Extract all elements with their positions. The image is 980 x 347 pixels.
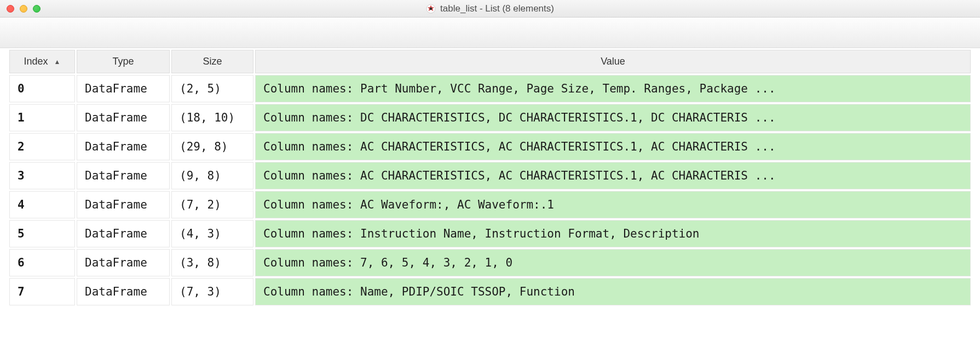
column-header-size-label: Size <box>203 56 222 67</box>
cell-value: Column names: 7, 6, 5, 4, 3, 2, 1, 0 <box>255 249 971 276</box>
column-header-value-label: Value <box>601 56 625 67</box>
app-icon <box>426 4 436 14</box>
content-area: Index ▲ Type Size Value 0 DataFrame (2, … <box>0 48 980 315</box>
cell-index: 0 <box>9 75 75 102</box>
table-header-row: Index ▲ Type Size Value <box>9 50 971 73</box>
maximize-button[interactable] <box>33 5 41 13</box>
toolbar-area <box>0 18 980 48</box>
cell-index: 3 <box>9 162 75 189</box>
cell-type: DataFrame <box>77 162 170 189</box>
cell-size: (3, 8) <box>171 249 253 276</box>
cell-index: 4 <box>9 191 75 218</box>
cell-type: DataFrame <box>77 191 170 218</box>
column-header-size[interactable]: Size <box>171 50 253 73</box>
cell-value: Column names: AC CHARACTERISTICS, AC CHA… <box>255 162 971 189</box>
cell-size: (4, 3) <box>171 220 253 247</box>
cell-value: Column names: AC CHARACTERISTICS, AC CHA… <box>255 133 971 160</box>
cell-type: DataFrame <box>77 75 170 102</box>
cell-size: (2, 5) <box>171 75 253 102</box>
cell-value: Column names: Part Number, VCC Range, Pa… <box>255 75 971 102</box>
cell-type: DataFrame <box>77 220 170 247</box>
variable-table: Index ▲ Type Size Value 0 DataFrame (2, … <box>8 48 972 307</box>
table-row[interactable]: 1 DataFrame (18, 10) Column names: DC CH… <box>9 104 971 131</box>
svg-point-1 <box>430 7 432 9</box>
cell-size: (7, 2) <box>171 191 253 218</box>
cell-index: 2 <box>9 133 75 160</box>
cell-value: Column names: AC Waveform:, AC Waveform:… <box>255 191 971 218</box>
cell-value: Column names: Instruction Name, Instruct… <box>255 220 971 247</box>
svg-point-0 <box>426 4 435 13</box>
cell-index: 6 <box>9 249 75 276</box>
minimize-button[interactable] <box>20 5 27 13</box>
cell-type: DataFrame <box>77 249 170 276</box>
cell-index: 1 <box>9 104 75 131</box>
cell-size: (18, 10) <box>171 104 253 131</box>
column-header-type-label: Type <box>112 56 134 67</box>
cell-size: (9, 8) <box>171 162 253 189</box>
cell-value: Column names: Name, PDIP/SOIC TSSOP, Fun… <box>255 278 971 305</box>
sort-ascending-icon: ▲ <box>54 58 61 66</box>
window-title: table_list - List (8 elements) <box>440 3 554 14</box>
table-row[interactable]: 3 DataFrame (9, 8) Column names: AC CHAR… <box>9 162 971 189</box>
table-row[interactable]: 5 DataFrame (4, 3) Column names: Instruc… <box>9 220 971 247</box>
cell-size: (29, 8) <box>171 133 253 160</box>
table-row[interactable]: 0 DataFrame (2, 5) Column names: Part Nu… <box>9 75 971 102</box>
close-button[interactable] <box>7 5 14 13</box>
window-titlebar: table_list - List (8 elements) <box>0 0 980 18</box>
column-header-type[interactable]: Type <box>77 50 170 73</box>
cell-type: DataFrame <box>77 104 170 131</box>
table-row[interactable]: 4 DataFrame (7, 2) Column names: AC Wave… <box>9 191 971 218</box>
window-controls <box>7 5 41 13</box>
table-row[interactable]: 7 DataFrame (7, 3) Column names: Name, P… <box>9 278 971 305</box>
cell-type: DataFrame <box>77 278 170 305</box>
table-row[interactable]: 6 DataFrame (3, 8) Column names: 7, 6, 5… <box>9 249 971 276</box>
cell-index: 5 <box>9 220 75 247</box>
cell-index: 7 <box>9 278 75 305</box>
cell-value: Column names: DC CHARACTERISTICS, DC CHA… <box>255 104 971 131</box>
column-header-index[interactable]: Index ▲ <box>9 50 75 73</box>
cell-size: (7, 3) <box>171 278 253 305</box>
table-row[interactable]: 2 DataFrame (29, 8) Column names: AC CHA… <box>9 133 971 160</box>
column-header-value[interactable]: Value <box>255 50 971 73</box>
column-header-index-label: Index <box>24 56 48 67</box>
cell-type: DataFrame <box>77 133 170 160</box>
